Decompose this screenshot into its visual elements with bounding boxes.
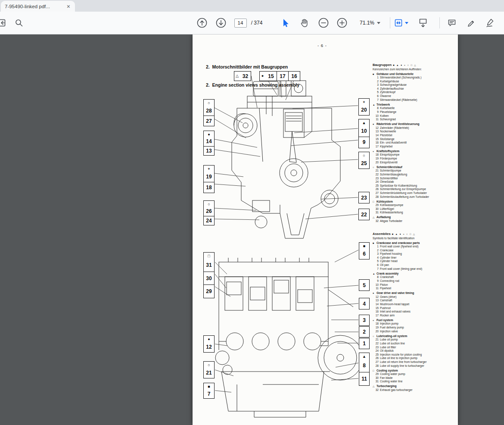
legend-item: 26Schmierölleitung zur Einspritzpumpe: [373, 188, 457, 191]
legend-item-number: 5: [373, 91, 380, 94]
callout-number: 20: [359, 105, 369, 115]
callout-symbol: ○: [204, 362, 214, 368]
fit-page-button[interactable]: [393, 17, 409, 28]
previous-page-button[interactable]: [196, 17, 208, 29]
page-count: 374: [254, 20, 262, 26]
legend-group-header: ○Schmierölkreislauf: [373, 166, 457, 169]
legend-group-symbol: △: [373, 216, 376, 219]
signature-icon[interactable]: [484, 17, 496, 29]
legend-item-number: 24: [373, 349, 380, 353]
legend-group-symbol: +: [373, 319, 376, 322]
sidebar-toggle-icon[interactable]: [0, 17, 7, 28]
legend-item-number: 22: [373, 173, 380, 177]
legend-group: +Fuel system18Injection pump19Fuel deliv…: [373, 319, 457, 333]
callout-box-26-24: ○2624: [203, 200, 215, 225]
pdf-content-area[interactable]: - 6 - 2. Motorschnittbilder mit Baugrupp…: [0, 34, 504, 425]
search-icon[interactable]: [13, 17, 25, 28]
page-number-input[interactable]: [234, 18, 247, 28]
zoom-level-value: 71.1%: [360, 20, 374, 26]
legend-item-label: Camshaft: [380, 299, 392, 303]
legend-item-label: Kühlwasserleitung: [380, 211, 403, 215]
legend-item-label: Injection valve: [380, 330, 398, 334]
callout-box-12: ●12: [203, 335, 215, 353]
legend-item-label: Kurbelwelle: [380, 106, 395, 110]
legend-item: 1Stirnwanddeckel (Schwungrads.): [373, 76, 457, 80]
legend-item: 20Injection valve: [373, 330, 457, 334]
callout-number: 32: [240, 72, 251, 81]
callout-number: 10: [359, 125, 369, 137]
legend-item: 9Connecting rod: [373, 279, 457, 283]
legend-item-label: Spritzdüse für Kolbenkühlung: [380, 184, 417, 188]
legend-item-number: 6: [373, 263, 380, 267]
legend-item: 6Ölwanne: [373, 94, 457, 98]
legend-item-label: Schmierölsaugleitung: [380, 173, 407, 177]
select-tool-icon[interactable]: [280, 17, 291, 28]
legend-item: 25Spritzdüse für Kolbenkühlung: [373, 184, 457, 188]
callout-number: 2: [359, 327, 369, 337]
callout-number: 3: [359, 315, 369, 325]
legend-item-label: Lube oil pump: [380, 338, 398, 342]
legend-item-label: Pushrod: [380, 306, 391, 310]
legend-item-label: Pleuelstange: [380, 110, 396, 114]
legend-item-label: Stirnwanddeckel (Räderseite): [380, 98, 417, 102]
legend-item-number: 10: [373, 283, 380, 287]
zoom-level-select[interactable]: 71.1%: [357, 18, 383, 28]
legend-item: 31Cooling water line: [373, 380, 457, 384]
section-heading-de: 2. Motorschnittbilder mit Baugruppen: [206, 64, 299, 70]
legend-item-number: 28: [373, 195, 380, 199]
legend-item-number: 10: [373, 114, 380, 118]
legend-item-label: Kolben: [380, 114, 389, 118]
callout-number: 27: [204, 116, 214, 126]
legend-item-label: Flywheel: [380, 287, 391, 291]
legend-group-title: Schmierölkreislauf: [376, 166, 402, 169]
legend-item-label: Stirnwanddeckel (Schwungrads.): [380, 76, 421, 80]
legend-groups: ■Crankcase and crankcase parts1Front wal…: [373, 241, 457, 392]
legend-item-label: Injection nozzle for piston cooling: [380, 353, 422, 357]
comment-icon[interactable]: [446, 17, 457, 28]
callout-number: 24: [204, 216, 214, 225]
callout-box-5: 5: [359, 279, 370, 291]
document-page-number: - 6 -: [302, 43, 342, 48]
legend-item: 22Schmierölsaugleitung: [373, 173, 457, 177]
pdf-tab[interactable]: 7-95490-linked pdf... ×: [1, 1, 75, 12]
legend-group-title: Aufladung: [376, 216, 391, 219]
tab-close-icon[interactable]: ×: [66, 3, 71, 9]
legend-item-number: 14: [373, 303, 380, 306]
legend-item-label: Pilzstößel: [380, 134, 392, 138]
legend-item-label: Zylinderkopf: [380, 91, 395, 94]
legend-item: 27Lube oil return line from turbocharger: [373, 360, 457, 364]
callout-number: 29: [204, 284, 214, 298]
legend-group-symbol: ▲: [373, 103, 376, 107]
callout-number: 19: [204, 172, 214, 182]
legend-item: 13Nockenwelle: [373, 130, 457, 134]
pdf-toolbar: / 374 71.1%: [0, 12, 504, 34]
zoom-in-button[interactable]: [336, 17, 348, 29]
callout-symbol: +: [359, 99, 369, 105]
page-separator: /: [251, 20, 252, 26]
hand-tool-icon[interactable]: [299, 17, 310, 28]
legend-item: 8Crankshaft: [373, 275, 457, 279]
legend-item-number: 28: [373, 364, 380, 368]
legend-item-label: Exhaust gas turbocharger: [380, 388, 413, 392]
callout-number: 30: [204, 272, 214, 285]
highlighter-icon[interactable]: [466, 17, 477, 28]
legend-item: 10Piston: [373, 283, 457, 287]
legend-item-number: 21: [373, 338, 380, 342]
legend-item-label: Oil dipstick: [380, 349, 394, 353]
zoom-out-button[interactable]: [317, 17, 330, 29]
tab-title: 7-95490-linked pdf...: [5, 4, 66, 9]
callout-symbol: △: [234, 72, 240, 81]
legend-item: 21Lube oil pump: [373, 338, 457, 342]
legend-item: 20Einspritzventil: [373, 161, 457, 165]
scroll-mode-icon[interactable]: [417, 17, 429, 29]
legend-item: 3Flywheel housing: [373, 252, 457, 256]
legend-item: 16Inlet and exhaust valves: [373, 310, 457, 314]
legend-item-number: 16: [373, 310, 380, 314]
next-page-button[interactable]: [215, 17, 227, 29]
legend-item: 32Abgas Turbolader: [373, 219, 457, 223]
legend-item-label: Einspritzpumpe: [380, 153, 399, 157]
legend-item-label: Fuel delivery pump: [380, 326, 404, 330]
legend-group-title: Lubricating-oil system: [376, 334, 407, 338]
legend-item-number: 11: [373, 118, 380, 122]
engine-side-section-figure: [211, 242, 360, 420]
